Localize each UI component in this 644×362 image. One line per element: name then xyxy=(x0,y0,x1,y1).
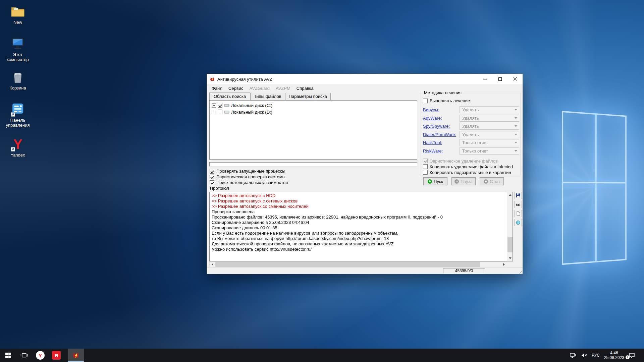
scroll-up-button[interactable] xyxy=(507,192,513,198)
action-select-hacktool[interactable]: Только отчет xyxy=(460,139,519,146)
chevron-down-icon xyxy=(515,134,517,135)
protocol-title: Протокол xyxy=(210,186,229,191)
taskbar: Y Я РУС 4:46 25.08.2023 xyxy=(0,349,644,362)
log-hscrollbar[interactable] xyxy=(209,261,507,267)
flag-label: Копировать удаляемые файлы в Infected xyxy=(430,164,513,169)
menu-file[interactable]: Файл xyxy=(209,85,225,92)
desktop-icon-label: New xyxy=(13,20,22,25)
tab-search-params[interactable]: Параметры поиска xyxy=(285,93,331,100)
category-link-hacktool[interactable]: HackTool: xyxy=(423,140,442,145)
expand-icon[interactable] xyxy=(212,110,216,114)
category-link-viruses[interactable]: Вирусы: xyxy=(423,107,439,112)
scroll-thumb[interactable] xyxy=(507,237,513,252)
close-icon xyxy=(513,77,517,81)
expand-icon[interactable] xyxy=(212,103,216,108)
category-row-hacktool: HackTool: Только отчет xyxy=(423,139,519,146)
arrow-down-icon xyxy=(509,257,512,259)
tree-item-disk-d[interactable]: Локальный диск (D:) xyxy=(210,109,416,115)
combo-value: Удалять xyxy=(462,107,479,112)
resize-grip[interactable] xyxy=(518,269,522,274)
desktop-icon-control-panel[interactable]: Панель управления xyxy=(3,102,33,128)
menu-avzguard[interactable]: AVZGuard xyxy=(247,85,273,92)
desktop-icon-new[interactable]: New xyxy=(3,4,33,25)
option-check-processes[interactable]: Проверять запущенные процессы xyxy=(210,168,285,174)
stop-icon xyxy=(484,179,488,184)
scroll-thumb[interactable] xyxy=(215,262,480,267)
protocol-log-text: >> Разрешен автозапуск с HDD >> Разрешен… xyxy=(210,192,513,252)
scroll-down-button[interactable] xyxy=(507,255,513,261)
checkbox-icon xyxy=(423,164,428,169)
action-select-advware[interactable]: Удалять xyxy=(460,115,519,122)
menu-service[interactable]: Сервис xyxy=(225,85,247,92)
action-select-riskware[interactable]: Только отчет xyxy=(460,147,519,155)
scroll-right-button[interactable] xyxy=(501,261,507,267)
category-link-dialer[interactable]: Dialer/PornWare: xyxy=(423,132,456,137)
desktop-icon-yandex[interactable]: Y Yandex xyxy=(3,137,33,158)
system-tray: РУС 4:46 25.08.2023 1 xyxy=(570,349,644,362)
language-indicator[interactable]: РУС xyxy=(592,353,600,358)
search-area-tree[interactable]: Локальный диск (C:) Локальный диск (D:) xyxy=(209,100,417,160)
desktop: New Этот компьютер xyxy=(0,0,644,362)
combo-value: Только отчет xyxy=(462,140,488,145)
menu-avzpm[interactable]: AVZPM xyxy=(273,85,293,92)
checkbox-icon xyxy=(423,99,428,103)
tab-search-area[interactable]: Область поиска xyxy=(209,93,250,100)
recycle-bin-icon xyxy=(10,70,25,84)
avz-taskbar-button[interactable] xyxy=(68,349,84,362)
pause-button[interactable]: Пауза xyxy=(451,177,476,185)
chevron-down-icon xyxy=(515,117,517,119)
log-vscrollbar[interactable] xyxy=(507,192,513,261)
clear-log-button[interactable] xyxy=(515,210,522,217)
start-button[interactable]: Пуск xyxy=(423,177,447,185)
action-select-spyware[interactable]: Удалять xyxy=(460,123,519,130)
network-icon xyxy=(570,353,576,358)
checkbox-icon[interactable] xyxy=(218,110,222,114)
category-link-advware[interactable]: AdvWare: xyxy=(423,116,442,121)
save-log-button[interactable] xyxy=(515,192,522,199)
scroll-left-button[interactable] xyxy=(210,261,215,267)
avz-app-icon xyxy=(210,76,215,82)
log-line: >> Разрешен автозапуск с HDD xyxy=(212,193,504,198)
log-line: Для автоматической проверки файлов, не о… xyxy=(212,241,504,247)
flag-copy-deleted-to-infected[interactable]: Копировать удаляемые файлы в Infected xyxy=(423,164,513,169)
category-link-spyware[interactable]: Spy/Spyware: xyxy=(423,124,450,129)
tab-file-types[interactable]: Типы файлов xyxy=(250,93,285,100)
tree-item-disk-c[interactable]: Локальный диск (C:) xyxy=(210,102,416,109)
network-status[interactable] xyxy=(570,353,576,358)
web-service-button[interactable] xyxy=(515,219,522,226)
start-button-label: Пуск xyxy=(434,179,443,184)
desktop-icon-recycle-bin[interactable]: Корзина xyxy=(3,70,33,90)
chevron-down-icon xyxy=(515,125,517,127)
yandex-browser-button[interactable]: Y xyxy=(32,349,48,362)
category-row-advware: AdvWare: Удалять xyxy=(423,115,519,122)
action-select-dialer[interactable]: Удалять xyxy=(460,131,519,138)
action-center-button[interactable]: 1 xyxy=(629,352,635,358)
scan-progress-bar xyxy=(209,162,417,167)
maximize-button[interactable] xyxy=(492,74,507,84)
view-log-button[interactable] xyxy=(515,201,522,208)
action-select-viruses[interactable]: Удалять xyxy=(460,106,519,113)
taskbar-clock[interactable]: 4:46 25.08.2023 xyxy=(604,351,624,360)
flag-heuristic-delete[interactable]: Эвристическое удаление файлов xyxy=(423,158,498,164)
volume-status[interactable] xyxy=(581,353,587,358)
start-button-taskbar[interactable] xyxy=(0,349,16,362)
category-link-riskware[interactable]: RiskWare: xyxy=(423,148,443,154)
minimize-button[interactable] xyxy=(477,74,492,84)
desktop-icon-this-pc[interactable]: Этот компьютер xyxy=(3,36,33,62)
log-line: то Вы можете обратиться на форум http://… xyxy=(212,236,504,241)
window-titlebar[interactable]: Антивирусная утилита AVZ xyxy=(207,74,523,84)
close-button[interactable] xyxy=(507,74,523,84)
log-line: можно использовать сервис http://virusde… xyxy=(212,247,504,252)
task-view-button[interactable] xyxy=(16,349,32,362)
perform-treatment-checkbox[interactable]: Выполнять лечение: xyxy=(423,98,471,103)
pause-icon xyxy=(454,179,459,184)
flag-copy-suspicious-to-quarantine[interactable]: Копировать подозрительные в карантин xyxy=(423,170,511,175)
menu-help[interactable]: Справка xyxy=(293,85,317,92)
option-heuristic-check[interactable]: Эвристическая проверка системы xyxy=(210,174,285,180)
option-vulnerability-search[interactable]: Поиск потенциальных уязвимостей xyxy=(210,180,288,185)
stop-button[interactable]: Стоп xyxy=(480,177,504,185)
windows-logo-icon xyxy=(5,353,11,358)
protocol-log[interactable]: >> Разрешен автозапуск с HDD >> Разрешен… xyxy=(209,192,513,261)
checkbox-icon[interactable] xyxy=(218,103,222,108)
yandex-app-button[interactable]: Я xyxy=(48,349,64,362)
